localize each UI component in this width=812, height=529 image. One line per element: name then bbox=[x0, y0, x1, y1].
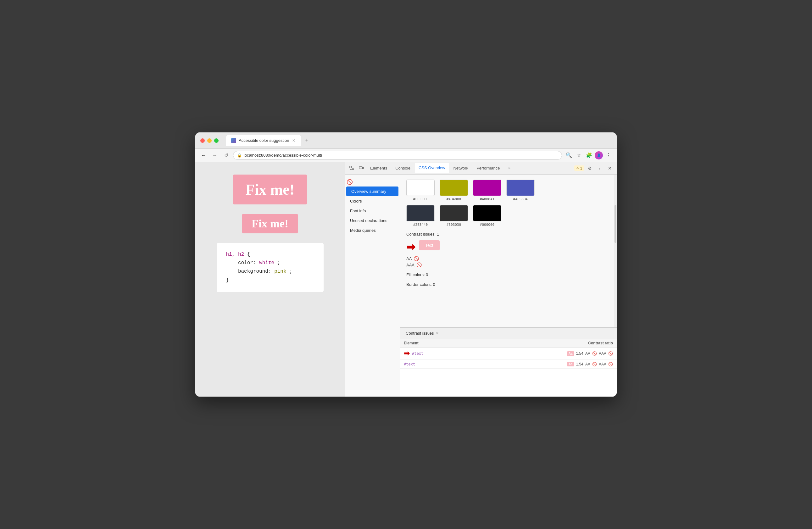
page-area: Fix me! Fix me! h1, h2 { color: white ; bbox=[195, 162, 345, 397]
aaa-fail-icon: 🚫 bbox=[416, 262, 422, 267]
extensions-icon[interactable]: 🧩 bbox=[585, 151, 593, 160]
sidebar-item-font-info[interactable]: Font info bbox=[345, 206, 400, 216]
devtools-close-icon[interactable]: ✕ bbox=[605, 164, 614, 173]
row2-aa-label: AA bbox=[585, 362, 590, 367]
sidebar-item-media[interactable]: Media queries bbox=[345, 226, 400, 235]
color-item-000000: #000000 bbox=[473, 205, 501, 227]
tab-favicon bbox=[231, 138, 236, 143]
colors-section: #FFFFFF #ABA800 #AD00A1 bbox=[406, 180, 610, 227]
tab-close-button[interactable]: ✕ bbox=[291, 138, 296, 143]
forward-button[interactable]: → bbox=[211, 151, 219, 160]
bookmark-icon[interactable]: ☆ bbox=[575, 151, 583, 160]
dt-top-panel: #FFFFFF #ABA800 #AD00A1 bbox=[400, 174, 617, 327]
tab-elements[interactable]: Elements bbox=[366, 163, 391, 173]
code-line-1: h1, h2 { bbox=[226, 251, 314, 259]
row2-element: #text bbox=[404, 362, 415, 367]
url-bar[interactable]: 🔒 localhost:8080/demo/accessible-color-m… bbox=[233, 151, 562, 160]
devtools-main-panel: #FFFFFF #ABA800 #AD00A1 bbox=[400, 174, 617, 397]
code-brace-open: { bbox=[247, 252, 250, 257]
table-row[interactable]: ➡ #text Aa 1.54 AA 🚫 AAA 🚫 bbox=[400, 347, 617, 360]
code-prop-bg: background: bbox=[226, 269, 275, 274]
color-swatch-ffffff[interactable] bbox=[406, 180, 435, 196]
fill-colors-label: Fill colors: 0 bbox=[406, 272, 610, 277]
reload-button[interactable]: ↺ bbox=[222, 151, 231, 160]
color-swatch-303030[interactable] bbox=[440, 205, 468, 221]
sidebar-no-icon[interactable]: 🚫 bbox=[345, 177, 354, 186]
more-tabs-button[interactable]: » bbox=[505, 163, 514, 173]
warning-icon: ⚠ bbox=[576, 166, 579, 170]
ratio-column-header: Contrast ratio bbox=[531, 341, 613, 345]
svg-rect-5 bbox=[359, 167, 362, 169]
contrast-issues-title: Contrast issues: 1 bbox=[406, 232, 610, 237]
device-toggle-icon[interactable] bbox=[357, 164, 366, 173]
border-section: Border colors: 0 bbox=[406, 282, 610, 287]
code-selector: h1, h2 bbox=[226, 252, 244, 257]
sidebar-item-unused[interactable]: Unused declarations bbox=[345, 216, 400, 226]
warning-badge[interactable]: ⚠ 1 bbox=[574, 166, 584, 171]
code-brace-close: } bbox=[226, 277, 229, 283]
color-swatch-aba800[interactable] bbox=[440, 180, 468, 196]
title-bar: Accessible color suggestion ✕ + bbox=[195, 132, 617, 149]
tab-console[interactable]: Console bbox=[392, 163, 414, 173]
close-button[interactable] bbox=[200, 138, 205, 143]
color-swatch-2e3440[interactable] bbox=[406, 205, 435, 221]
contrast-issues-table: Element Contrast ratio ➡ #text Aa bbox=[400, 339, 617, 397]
color-swatch-000000[interactable] bbox=[473, 205, 501, 221]
fix-me-small-text: Fix me! bbox=[251, 217, 288, 230]
color-swatch-4c56ba[interactable] bbox=[506, 180, 535, 196]
browser-window: Accessible color suggestion ✕ + ← → ↺ 🔒 … bbox=[195, 132, 617, 397]
element-column-header: Element bbox=[404, 341, 531, 345]
new-tab-button[interactable]: + bbox=[302, 136, 311, 145]
inspector-icon[interactable] bbox=[348, 164, 356, 173]
color-label-303030: #303030 bbox=[447, 223, 461, 227]
scrollbar-track[interactable] bbox=[614, 174, 617, 327]
contrast-issues-tab[interactable]: Contrast issues ✕ bbox=[403, 329, 442, 338]
arrow-to-row1: ➡ bbox=[404, 349, 409, 358]
dt-bottom-panel: Contrast issues ✕ Element Contrast ratio bbox=[400, 327, 617, 397]
settings-icon[interactable]: ⚙ bbox=[585, 164, 594, 173]
svg-rect-0 bbox=[350, 166, 352, 168]
back-button[interactable]: ← bbox=[199, 151, 208, 160]
zoom-icon[interactable]: 🔍 bbox=[565, 151, 573, 160]
tab-network[interactable]: Network bbox=[449, 163, 472, 173]
devtools-body: 🚫 Overview summary Colors Font info Unus… bbox=[345, 174, 617, 397]
contrast-tab-close[interactable]: ✕ bbox=[436, 331, 439, 335]
color-item-ffffff: #FFFFFF bbox=[406, 180, 435, 201]
browser-tab[interactable]: Accessible color suggestion ✕ bbox=[226, 135, 301, 146]
minimize-button[interactable] bbox=[207, 138, 212, 143]
url-text: localhost:8080/demo/accessible-color-mul… bbox=[244, 153, 322, 158]
row2-ratio-cell: Aa 1.54 AA 🚫 AAA 🚫 bbox=[531, 362, 613, 367]
sidebar-item-overview[interactable]: Overview summary bbox=[346, 186, 398, 196]
color-label-000000: #000000 bbox=[480, 223, 494, 227]
devtools-panel: Elements Console CSS Overview Network Pe… bbox=[345, 162, 617, 397]
row1-aa-fail: 🚫 bbox=[592, 351, 597, 356]
tab-css-overview[interactable]: CSS Overview bbox=[415, 163, 449, 173]
color-item-aba800: #ABA800 bbox=[440, 180, 468, 201]
tab-performance[interactable]: Performance bbox=[473, 163, 504, 173]
row1-element-cell: ➡ #text bbox=[404, 349, 531, 358]
color-item-2e3440: #2E3440 bbox=[406, 205, 435, 227]
row1-aa-label: AA bbox=[585, 351, 590, 356]
fill-section: Fill colors: 0 bbox=[406, 272, 610, 277]
tab-title: Accessible color suggestion bbox=[239, 138, 289, 143]
profile-avatar[interactable]: 👤 bbox=[595, 151, 603, 159]
color-swatch-ad00a1[interactable] bbox=[473, 180, 501, 196]
color-item-303030: #303030 bbox=[440, 205, 468, 227]
colors-top-row: #FFFFFF #ABA800 #AD00A1 bbox=[406, 180, 610, 201]
maximize-button[interactable] bbox=[214, 138, 219, 143]
code-semicolon-2: ; bbox=[289, 269, 292, 274]
contrast-sample[interactable]: Text bbox=[419, 240, 440, 251]
aa-fail-icon: 🚫 bbox=[414, 256, 419, 261]
devtools-more-icon[interactable]: ⋮ bbox=[595, 164, 604, 173]
border-colors-label: Border colors: 0 bbox=[406, 282, 610, 287]
table-row[interactable]: #text Aa 1.54 AA 🚫 AAA 🚫 bbox=[400, 360, 617, 369]
row2-aa-badge: Aa bbox=[567, 362, 574, 367]
sidebar-item-colors[interactable]: Colors bbox=[345, 196, 400, 206]
warning-count: 1 bbox=[580, 166, 582, 170]
arrow-to-text-sample: ➡ bbox=[406, 242, 415, 252]
menu-icon[interactable]: ⋮ bbox=[604, 151, 613, 160]
scrollbar-thumb[interactable] bbox=[614, 205, 617, 243]
row2-aaa-fail: 🚫 bbox=[608, 362, 613, 367]
color-item-4c56ba: #4C56BA bbox=[506, 180, 535, 201]
color-label-ffffff: #FFFFFF bbox=[413, 197, 428, 201]
